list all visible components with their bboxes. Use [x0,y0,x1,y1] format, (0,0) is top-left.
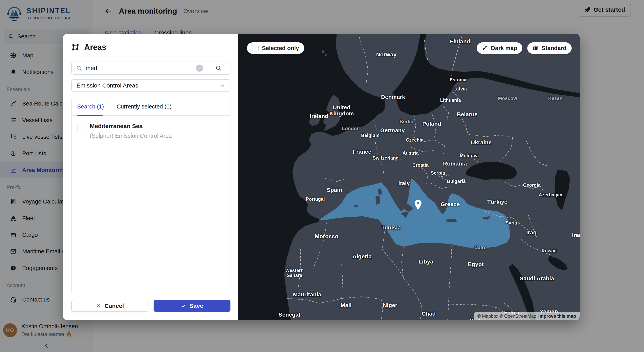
map-attribution: © Mapbox © OpenStreetMap Improve this ma… [474,312,580,320]
search-submit-button[interactable] [207,62,230,74]
map-label-western-sahara: Western Sahara [280,268,308,278]
map-label-poland: Poland [422,121,441,127]
map-label-egypt: Egypt [468,261,484,268]
map-label-cairo: Cairo [474,245,487,250]
map-label-syria: Syria [506,220,517,226]
results-card: Search (1) Currently selected (0) Medite… [71,97,230,294]
close-icon [96,303,101,309]
map-label-portugal: Portugal [306,196,325,202]
result-title: Mediterranean Sea [90,123,172,129]
folded-map-icon [532,45,538,51]
map-label-greece: Greece [441,201,460,208]
active-tab-underline [77,115,103,116]
map-label-serbia: Serbia [431,170,445,176]
dark-map-button[interactable]: Dark map [477,42,522,54]
polygon-area-icon [71,43,80,52]
map-label-london: London [342,126,360,131]
result-row-mediterranean-sea[interactable]: Mediterranean Sea(Sulphur) Emission Cont… [72,116,230,139]
map-label-saudi-arabia: Saudi Arabia [520,275,554,282]
map-label-bulgaria: Bulgaria [447,179,466,184]
result-checkbox[interactable] [77,126,84,132]
map-label-morocco: Morocco [315,233,338,240]
map-label-kuwait: Kuwait [542,248,557,254]
close-icon [198,66,201,70]
dialog-title: Areas [84,43,106,52]
chevron-down-icon [220,83,225,88]
map-label-t-rkiye: Türkiye [487,199,508,205]
map-label-norway: Norway [376,51,396,58]
selected-only-label: Selected only [262,45,299,51]
map-label-moldova: Moldova [460,153,479,158]
area-type-select[interactable]: Emission Control Areas [71,79,230,92]
map-label-berlin: Berlin [400,119,414,124]
map-label-iran: Iran [572,232,580,238]
map-label-belgium: Belgium [361,133,380,138]
standard-map-label: Standard [542,45,566,51]
map-label-estonia: Estonia [450,77,466,82]
check-icon [181,303,186,309]
area-search-box [71,61,230,75]
map-panel[interactable]: FinlandNorwayEstoniaLatviaMoscowKazanLit… [238,34,580,320]
map-label-france: France [353,149,372,155]
map-label-algeria: Algeria [352,253,372,260]
map-label-mali: Mali [341,302,352,309]
map-label-senegal: Senegal [278,312,300,318]
standard-map-button[interactable]: Standard [527,42,572,54]
cancel-label: Cancel [104,303,124,309]
areas-panel: Areas Emission Control Areas Search (1) … [63,34,238,320]
map-label-azerbaijan: Azerbaijan [539,192,562,198]
results-list: Mediterranean Sea(Sulphur) Emission Cont… [72,116,230,139]
map-label-ireland: Ireland [310,113,328,119]
map-label-romania: Romania [443,161,467,167]
map-label-united-kingdom: United Kingdom [328,104,356,117]
map-label-germany: Germany [380,127,405,134]
area-type-value: Emission Control Areas [76,82,138,89]
map-label-belarus: Belarus [457,111,478,118]
areas-dialog: Areas Emission Control Areas Search (1) … [63,34,580,320]
save-button[interactable]: Save [154,300,231,312]
map-label-finland: Finland [450,38,470,45]
map-label-croatia: Croatia [412,162,428,168]
map-labels-layer: FinlandNorwayEstoniaLatviaMoscowKazanLit… [238,34,580,320]
map-pin[interactable] [414,199,422,210]
improve-map-link[interactable]: Improve this map [538,314,576,319]
map-label-chad: Chad [422,311,436,317]
map-label-ukraine: Ukraine [471,139,492,146]
map-label-czechia: Czechia [406,137,424,143]
search-icon [76,65,82,71]
map-label-latvia: Latvia [454,86,467,92]
map-label-georgia: Georgia [523,182,540,188]
map-label-iraq: Iraq [526,229,537,236]
attribution-text: © Mapbox © OpenStreetMap [477,314,536,319]
selected-only-checkbox[interactable] [252,45,259,51]
map-label-niger: Niger [383,302,397,309]
map-label-lithuania: Lithuania [440,97,461,103]
map-label-mauritania: Mauritania [293,292,322,298]
map-label-kazan: Kazan [548,96,562,101]
search-icon [216,65,222,71]
map-label-libya: Libya [418,259,433,265]
dark-map-label: Dark map [491,45,517,51]
map-label-italy: Italy [398,180,410,187]
area-search-input[interactable] [86,65,192,71]
map-label-switzerland: Switzerland [373,155,399,161]
map-label-moscow: Moscow [498,96,517,101]
clear-search-button[interactable] [196,64,203,72]
tab-currently-selected[interactable]: Currently selected (0) [116,103,172,115]
selected-only-toggle[interactable]: Selected only [247,42,304,54]
paintbrush-icon [482,45,488,51]
result-subtitle: (Sulphur) Emission Control Area [90,133,172,139]
cancel-button[interactable]: Cancel [71,300,148,312]
map-label-spain: Spain [327,187,342,193]
map-label-denmark: Denmark [381,94,405,100]
save-label: Save [190,303,203,309]
tab-search-results[interactable]: Search (1) [77,103,104,115]
map-label-tunisia: Tunisia [382,225,401,231]
map-label-austria: Austria [402,150,418,156]
